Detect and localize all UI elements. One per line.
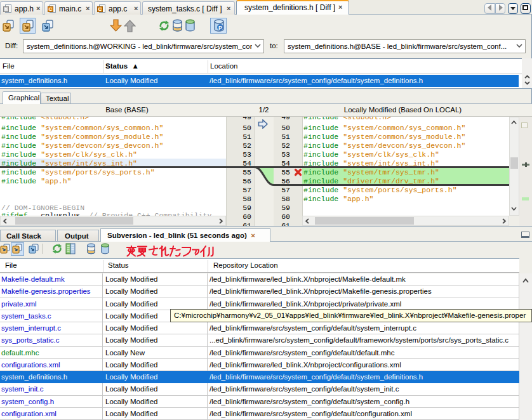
svg-text:P: P [218,25,222,31]
